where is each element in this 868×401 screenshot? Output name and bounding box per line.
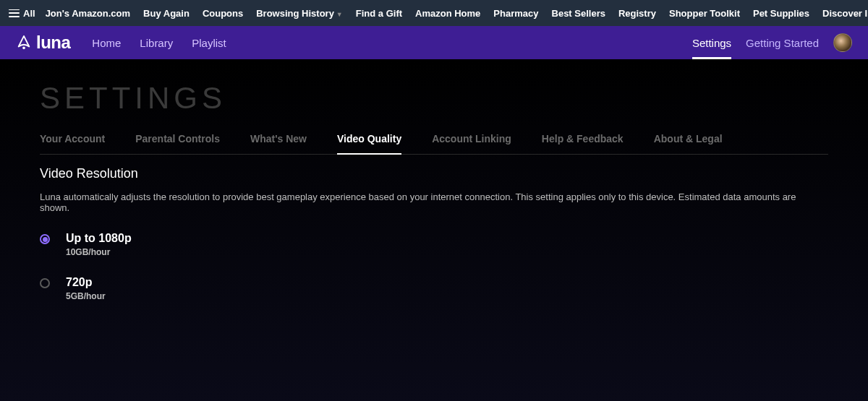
radio-icon bbox=[40, 278, 50, 288]
svg-point-0 bbox=[22, 47, 25, 50]
topnav-link-2[interactable]: Coupons bbox=[203, 8, 243, 19]
topnav-link-9[interactable]: Shopper Toolkit bbox=[669, 8, 740, 19]
avatar[interactable] bbox=[833, 33, 852, 52]
page-title: SETTINGS bbox=[40, 81, 828, 116]
option-subtitle: 5GB/hour bbox=[66, 291, 106, 301]
luna-nav: luna Home Library Playlist Settings Gett… bbox=[0, 26, 868, 59]
amazon-top-nav: All Jon's Amazon.com Buy Again Coupons B… bbox=[0, 0, 868, 26]
promo-link[interactable]: Discover Indie Beauty bbox=[822, 8, 868, 19]
all-label: All bbox=[23, 8, 35, 19]
tab-parental-controls[interactable]: Parental Controls bbox=[135, 133, 220, 154]
topnav-link-3[interactable]: Browsing History▼ bbox=[256, 8, 343, 19]
section-description: Luna automatically adjusts the resolutio… bbox=[40, 191, 828, 213]
luna-link-library[interactable]: Library bbox=[140, 37, 173, 49]
topnav-link-10[interactable]: Pet Supplies bbox=[753, 8, 809, 19]
topnav-link-8[interactable]: Registry bbox=[618, 8, 656, 19]
section-title: Video Resolution bbox=[40, 166, 828, 181]
tab-help-feedback[interactable]: Help & Feedback bbox=[542, 133, 624, 154]
option-title: 720p bbox=[66, 276, 106, 289]
chevron-down-icon: ▼ bbox=[336, 11, 343, 18]
option-subtitle: 10GB/hour bbox=[66, 247, 132, 257]
luna-link-getting-started[interactable]: Getting Started bbox=[746, 37, 819, 49]
luna-link-settings[interactable]: Settings bbox=[692, 37, 731, 59]
tab-whats-new[interactable]: What's New bbox=[250, 133, 307, 154]
hamburger-icon bbox=[9, 9, 20, 17]
tab-account-linking[interactable]: Account Linking bbox=[432, 133, 511, 154]
tab-about-legal[interactable]: About & Legal bbox=[654, 133, 723, 154]
resolution-option-1080p[interactable]: Up to 1080p 10GB/hour bbox=[40, 232, 828, 257]
luna-link-playlist[interactable]: Playlist bbox=[192, 37, 226, 49]
luna-logo-icon bbox=[16, 35, 32, 51]
tab-your-account[interactable]: Your Account bbox=[40, 133, 105, 154]
topnav-link-1[interactable]: Buy Again bbox=[143, 8, 190, 19]
luna-logo[interactable]: luna bbox=[16, 33, 70, 53]
all-menu-button[interactable]: All bbox=[9, 8, 35, 19]
resolution-option-720p[interactable]: 720p 5GB/hour bbox=[40, 276, 828, 301]
topnav-link-0[interactable]: Jon's Amazon.com bbox=[46, 8, 130, 19]
settings-tabs: Your Account Parental Controls What's Ne… bbox=[40, 133, 828, 155]
tab-video-quality[interactable]: Video Quality bbox=[337, 133, 401, 155]
topnav-link-4[interactable]: Find a Gift bbox=[356, 8, 402, 19]
radio-icon bbox=[40, 234, 50, 244]
luna-link-home[interactable]: Home bbox=[92, 37, 121, 49]
topnav-link-7[interactable]: Best Sellers bbox=[552, 8, 605, 19]
settings-content: SETTINGS Your Account Parental Controls … bbox=[0, 59, 868, 401]
option-title: Up to 1080p bbox=[66, 232, 132, 245]
topnav-link-5[interactable]: Amazon Home bbox=[415, 8, 480, 19]
topnav-link-6[interactable]: Pharmacy bbox=[493, 8, 538, 19]
luna-brand-text: luna bbox=[36, 33, 70, 53]
